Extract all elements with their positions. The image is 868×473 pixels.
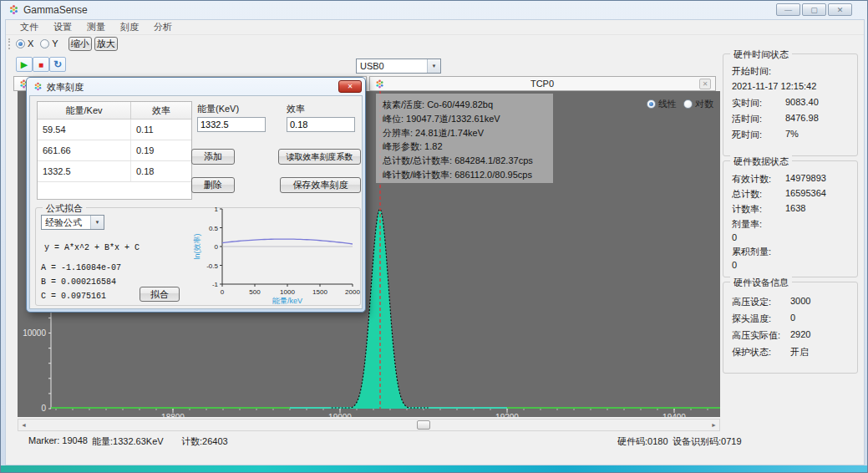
formula-type-select[interactable]: 经验公式 ▼ — [41, 215, 104, 230]
cell-energy-1: 661.66 — [38, 140, 131, 160]
dead-time-value: 7% — [785, 129, 799, 141]
menu-bar: 文件 设置 测量 刻度 分析 — [6, 20, 864, 35]
menu-calibration[interactable]: 刻度 — [113, 19, 146, 35]
linear-scale-radio[interactable] — [647, 99, 656, 109]
maximize-button[interactable]: ▢ — [802, 3, 826, 16]
live-time-label: 活时间: — [732, 113, 785, 125]
tab-tcp0-close-button: ✕ — [699, 79, 711, 89]
close-icon: ✕ — [348, 83, 353, 90]
svg-text:19000: 19000 — [328, 413, 352, 417]
svg-text:-1: -1 — [212, 281, 219, 288]
log-scale-label: 对数 — [695, 98, 713, 110]
start-time-datetime: 2021-11-17 12:15:42 — [732, 81, 816, 91]
axis-y-label: Y — [52, 38, 58, 48]
cell-eff-1: 0.19 — [131, 140, 191, 160]
live-time-value: 8476.98 — [785, 113, 819, 125]
dialog-titlebar[interactable]: 效率刻度 — [27, 78, 365, 94]
dialog-title: 效率刻度 — [47, 81, 84, 94]
menu-analysis[interactable]: 分析 — [146, 19, 180, 35]
table-row[interactable]: 661.66 0.19 — [38, 140, 191, 161]
efficiency-field-label: 效率 — [287, 103, 305, 115]
dialog-body: 能量/Kev 效率 59.54 0.11 661.66 0.19 1332.5 … — [29, 95, 363, 309]
svg-text:10000: 10000 — [23, 328, 46, 338]
read-coefficients-button[interactable]: 读取效率刻度系数 — [278, 149, 361, 165]
svg-text:500: 500 — [249, 288, 261, 296]
energy-input[interactable] — [197, 117, 266, 132]
cell-eff-0: 0.11 — [131, 120, 191, 140]
efficiency-input[interactable] — [287, 117, 355, 132]
svg-text:0.5: 0.5 — [209, 225, 219, 232]
info-peak-shape: 峰形参数: 1.82 — [383, 140, 546, 154]
col-header-efficiency[interactable]: 效率 — [131, 102, 191, 119]
col-header-energy[interactable]: 能量/Kev — [38, 102, 131, 119]
scroll-right-icon: ► — [711, 422, 717, 428]
scroll-left-button[interactable]: ◄ — [18, 420, 29, 430]
dose-rate-label: 剂量率: — [732, 218, 762, 231]
svg-text:0: 0 — [221, 288, 225, 296]
scroll-thumb[interactable] — [417, 420, 430, 430]
calibration-table[interactable]: 能量/Kev 效率 59.54 0.11 661.66 0.19 1332.5 … — [37, 101, 192, 200]
menu-file[interactable]: 文件 — [13, 19, 46, 35]
start-button[interactable]: ▶ — [16, 57, 33, 72]
acquisition-toolbar: ▶ ■ ↻ — [16, 57, 66, 72]
menu-measure[interactable]: 测量 — [79, 19, 113, 35]
scroll-right-button[interactable]: ► — [708, 420, 719, 430]
hardware-device-info-group: 硬件设备信息 高压设定:3000 探头温度:0 高压实际值:2920 保护状态:… — [723, 282, 858, 374]
tab-tcp0[interactable]: TCP0 ✕ — [369, 76, 716, 91]
info-peak-position: 峰位: 19047.7道/1332.61keV — [383, 112, 546, 126]
add-button[interactable]: 添加 — [191, 149, 235, 165]
scale-radios: 线性 对数 — [647, 98, 720, 110]
scroll-left-icon: ◄ — [21, 422, 27, 428]
svg-text:1500: 1500 — [312, 288, 327, 296]
hardware-time-status-group: 硬件时间状态 开始时间: 2021-11-17 12:15:42 实时间:908… — [723, 53, 858, 156]
device-select[interactable]: USB0 ▼ — [356, 58, 441, 74]
app-icon — [8, 4, 19, 15]
axis-x-radio[interactable] — [16, 39, 25, 48]
protection-status-label: 保护状态: — [732, 346, 790, 359]
probe-temp-label: 探头温度: — [732, 313, 790, 325]
hardware-data-status-group: 硬件数据状态 有效计数:14979893 总计数:16595364 计数率:16… — [723, 160, 858, 277]
table-row[interactable]: 59.54 0.11 — [38, 120, 191, 140]
cell-energy-0: 59.54 — [38, 120, 131, 140]
window-title: GammaSense — [23, 4, 88, 16]
status-hardware-code: 硬件码:0180 — [617, 435, 668, 448]
hardware-time-status-title: 硬件时间状态 — [730, 48, 792, 61]
save-calibration-button[interactable]: 保存效率刻度 — [280, 177, 361, 193]
formula-type-value: 经验公式 — [42, 216, 90, 229]
dead-time-label: 死时间: — [732, 129, 785, 141]
protection-status-value: 开启 — [790, 346, 809, 359]
minimize-button[interactable]: — — [776, 3, 800, 16]
close-button[interactable]: ✕ — [828, 3, 852, 16]
status-marker: Marker: 19048 — [28, 435, 88, 445]
svg-text:18800: 18800 — [161, 413, 185, 417]
axis-y-radio[interactable] — [40, 39, 49, 48]
window-titlebar[interactable]: GammaSense — ▢ ✕ — [1, 1, 867, 19]
probe-temp-value: 0 — [790, 313, 795, 325]
delete-button[interactable]: 删除 — [191, 177, 235, 193]
menu-settings[interactable]: 设置 — [46, 19, 79, 35]
count-rate-label: 计数率: — [732, 203, 785, 216]
valid-counts-label: 有效计数: — [732, 173, 785, 186]
coefficient-c: C = 0.0975161 — [41, 292, 106, 301]
refresh-button[interactable]: ↻ — [49, 57, 66, 72]
info-nuclide-activity: 核素/活度: Co-60/449.82bq — [383, 98, 546, 112]
svg-text:0: 0 — [215, 243, 219, 251]
dialog-close-button[interactable]: ✕ — [338, 80, 362, 93]
horizontal-scrollbar[interactable]: ◄ ► — [18, 419, 720, 431]
count-rate-value: 1638 — [785, 203, 805, 216]
table-row[interactable]: 1332.5 0.18 — [38, 161, 191, 182]
accumulated-dose-label: 累积剂量: — [732, 246, 771, 258]
hv-setting-label: 高压设定: — [732, 296, 790, 308]
dose-rate-value: 0 — [732, 232, 737, 242]
maximize-icon: ▢ — [810, 6, 818, 14]
zoom-in-button[interactable]: 放大 — [94, 37, 118, 51]
svg-text:1000: 1000 — [280, 288, 295, 296]
fit-button[interactable]: 拟合 — [140, 287, 180, 302]
svg-text:2000: 2000 — [345, 288, 360, 296]
stop-button[interactable]: ■ — [33, 57, 49, 72]
zoom-out-button[interactable]: 缩小 — [69, 37, 92, 51]
log-scale-radio[interactable] — [683, 99, 693, 109]
energy-field-label: 能量(KeV) — [197, 103, 239, 115]
bottom-glass-strip — [1, 465, 868, 473]
hv-actual-label: 高压实际值: — [732, 329, 790, 342]
